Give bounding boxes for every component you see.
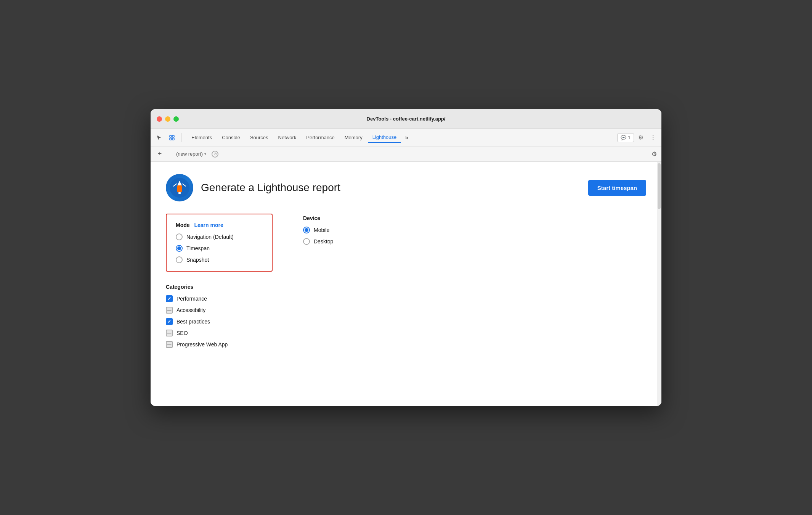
category-accessibility[interactable]: Accessibility	[166, 307, 646, 314]
subbar-divider	[169, 150, 169, 159]
svg-rect-1	[172, 135, 174, 137]
start-timespan-button[interactable]: Start timespan	[588, 180, 646, 196]
traffic-lights	[157, 116, 179, 122]
categories-section: Categories Performance Accessibility Bes…	[166, 284, 646, 348]
tab-memory[interactable]: Memory	[340, 132, 367, 143]
devtools-window: DevTools - coffee-cart.netlify.app/ Elem…	[151, 109, 661, 406]
svg-rect-2	[170, 138, 172, 140]
report-title-group: Generate a Lighthouse report	[166, 174, 340, 201]
mode-navigation-radio[interactable]	[176, 233, 183, 240]
cursor-tool-button[interactable]	[154, 132, 164, 143]
lighthouse-logo	[166, 174, 193, 201]
category-pwa-checkbox[interactable]	[166, 341, 173, 348]
device-radio-group: Mobile Desktop	[303, 227, 333, 245]
mode-timespan-radio[interactable]	[176, 245, 183, 252]
close-button[interactable]	[157, 116, 162, 122]
device-desktop-option[interactable]: Desktop	[303, 238, 333, 245]
tab-sources[interactable]: Sources	[246, 132, 273, 143]
mode-section: Mode Learn more Navigation (Default) Tim…	[166, 214, 273, 272]
device-desktop-radio[interactable]	[303, 238, 310, 245]
maximize-button[interactable]	[173, 116, 179, 122]
window-title: DevTools - coffee-cart.netlify.app/	[367, 116, 446, 122]
scrollbar-thumb[interactable]	[658, 163, 661, 209]
device-section: Device Mobile Desktop	[303, 214, 333, 272]
device-mobile-radio[interactable]	[303, 227, 310, 233]
chevron-down-icon: ▾	[204, 152, 206, 156]
mode-snapshot-option[interactable]: Snapshot	[176, 256, 263, 263]
category-best-practices[interactable]: Best practices	[166, 318, 646, 325]
inspect-tool-button[interactable]	[167, 132, 177, 143]
tab-bar: Elements Console Sources Network Perform…	[151, 129, 661, 146]
category-best-practices-checkbox[interactable]	[166, 318, 173, 325]
scrollbar[interactable]	[657, 162, 661, 406]
tab-console[interactable]: Console	[217, 132, 245, 143]
learn-more-link[interactable]: Learn more	[194, 222, 223, 228]
title-bar: DevTools - coffee-cart.netlify.app/	[151, 109, 661, 129]
mode-timespan-option[interactable]: Timespan	[176, 245, 263, 252]
device-section-title: Device	[303, 215, 333, 221]
category-performance-checkbox[interactable]	[166, 295, 173, 302]
more-options-button[interactable]: ⋮	[648, 132, 658, 143]
gear-icon: ⚙	[638, 134, 644, 141]
svg-rect-6	[178, 192, 181, 194]
cancel-icon: ⊘	[213, 151, 217, 156]
categories-checkbox-group: Performance Accessibility Best practices…	[166, 295, 646, 348]
svg-rect-0	[170, 135, 172, 137]
tab-right-tools: 💬 1 ⚙ ⋮	[617, 132, 658, 143]
tab-network[interactable]: Network	[274, 132, 301, 143]
minimize-button[interactable]	[165, 116, 170, 122]
mode-navigation-option[interactable]: Navigation (Default)	[176, 233, 263, 240]
tab-performance[interactable]: Performance	[302, 132, 339, 143]
svg-rect-5	[177, 185, 182, 192]
toolbar-icons	[154, 132, 183, 143]
device-mobile-option[interactable]: Mobile	[303, 227, 333, 233]
dots-icon: ⋮	[650, 134, 656, 141]
svg-rect-3	[172, 138, 174, 140]
category-seo-checkbox[interactable]	[166, 330, 173, 336]
mode-radio-group: Navigation (Default) Timespan Snapshot	[176, 233, 263, 263]
mode-section-title: Mode Learn more	[176, 222, 263, 228]
new-report-plus-button[interactable]: +	[155, 150, 164, 158]
settings-button[interactable]: ⚙	[635, 132, 646, 143]
report-dropdown[interactable]: (new report) ▾	[174, 150, 209, 158]
mode-snapshot-radio[interactable]	[176, 256, 183, 263]
mode-device-row: Mode Learn more Navigation (Default) Tim…	[166, 214, 646, 272]
report-title: Generate a Lighthouse report	[201, 182, 340, 194]
chat-icon: 💬	[621, 135, 626, 140]
tab-lighthouse[interactable]: Lighthouse	[368, 132, 401, 143]
report-header: Generate a Lighthouse report Start times…	[166, 174, 646, 201]
lighthouse-settings-button[interactable]: ⚙	[652, 150, 657, 158]
main-content: Generate a Lighthouse report Start times…	[151, 162, 661, 406]
sub-bar: + (new report) ▾ ⊘ ⚙	[151, 146, 661, 162]
tab-elements[interactable]: Elements	[187, 132, 217, 143]
toolbar-divider	[181, 133, 181, 142]
more-tabs-button[interactable]: »	[402, 133, 411, 143]
category-seo[interactable]: SEO	[166, 330, 646, 336]
category-performance[interactable]: Performance	[166, 295, 646, 302]
categories-title: Categories	[166, 284, 646, 290]
chat-badge-button[interactable]: 💬 1	[617, 133, 634, 142]
category-accessibility-checkbox[interactable]	[166, 307, 173, 314]
block-report-button[interactable]: ⊘	[212, 151, 218, 158]
category-pwa[interactable]: Progressive Web App	[166, 341, 646, 348]
